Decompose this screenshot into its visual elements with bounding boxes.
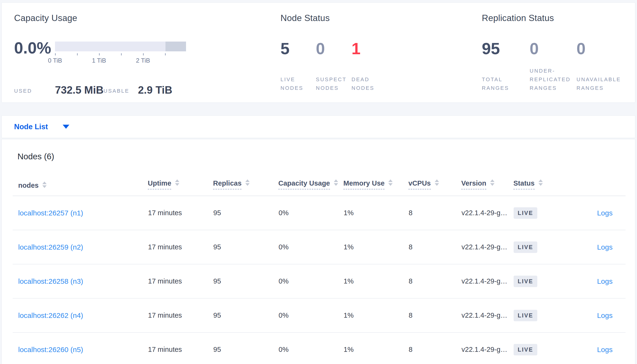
- summary-stat-value: 0: [530, 40, 539, 56]
- table-cell-replicas: 95: [213, 230, 278, 264]
- summary-stat: 0SUSPECT NODES: [316, 3, 349, 102]
- sort-icon[interactable]: [245, 179, 250, 186]
- axis-tick: [77, 53, 78, 56]
- capacity-used-label: USED: [14, 88, 32, 94]
- column-header-logs: [561, 161, 625, 196]
- summary-stat-label: SUSPECT NODES: [316, 75, 349, 92]
- sort-icon[interactable]: [435, 179, 439, 186]
- column-header-uptime[interactable]: Uptime: [148, 161, 213, 196]
- table-cell-memory: 1%: [343, 230, 408, 264]
- nodes-table-card: Nodes (6) nodesUptimeReplicasCapacity Us…: [2, 139, 635, 364]
- table-cell-memory: 1%: [343, 298, 408, 332]
- table-cell-memory: 1%: [343, 332, 408, 364]
- logs-link[interactable]: Logs: [597, 312, 613, 319]
- status-badge: LIVE: [514, 310, 537, 321]
- table-cell-memory: 1%: [343, 196, 408, 230]
- summary-stat: 0UNAVAILABLE RANGES: [576, 3, 629, 102]
- column-header-memory[interactable]: Memory Use: [343, 161, 408, 196]
- nodes-count-heading: Nodes (6): [18, 152, 635, 161]
- table-row: localhost:26259 (n2)17 minutes950%1%8v22…: [13, 230, 625, 264]
- summary-stat-value: 5: [280, 40, 289, 56]
- logs-link[interactable]: Logs: [597, 243, 613, 251]
- table-cell-version: v22.1.4-29-g…: [461, 196, 513, 230]
- column-header-label: Version: [461, 179, 486, 190]
- summary-stat: 1DEAD NODES: [352, 3, 385, 102]
- node-status-panel: Node Status 5LIVE NODES0SUSPECT NODES1DE…: [280, 3, 414, 102]
- column-header-capacity[interactable]: Capacity Usage: [278, 161, 343, 196]
- sort-icon[interactable]: [334, 179, 338, 186]
- summary-stat-value: 1: [352, 40, 361, 56]
- node-address-link[interactable]: localhost:26257 (n1): [18, 209, 83, 217]
- capacity-usage-panel: Capacity Usage 0.0% 0 TiB1 TiB2 TiB USED…: [14, 3, 205, 102]
- table-cell-capacity: 0%: [278, 196, 343, 230]
- sort-icon[interactable]: [490, 179, 494, 186]
- table-row: localhost:26262 (n4)17 minutes950%1%8v22…: [13, 298, 625, 332]
- view-selector-bar: Node List: [2, 115, 635, 138]
- caret-down-icon[interactable]: [63, 125, 69, 129]
- summary-stat: 5LIVE NODES: [280, 3, 313, 102]
- column-header-vcpus[interactable]: vCPUs: [408, 161, 461, 196]
- table-cell-uptime: 17 minutes: [148, 332, 213, 364]
- node-list-dropdown[interactable]: Node List: [14, 122, 48, 131]
- logs-link[interactable]: Logs: [597, 277, 613, 285]
- column-header-label: Memory Use: [343, 179, 385, 190]
- capacity-usable-label: USABLE: [104, 88, 129, 94]
- summary-stat-label: UNAVAILABLE RANGES: [576, 75, 629, 92]
- nodes-table: nodesUptimeReplicasCapacity UsageMemory …: [13, 161, 625, 364]
- table-row: localhost:26257 (n1)17 minutes950%1%8v22…: [13, 196, 625, 230]
- table-cell-uptime: 17 minutes: [148, 298, 213, 332]
- table-cell-capacity: 0%: [278, 230, 343, 264]
- logs-link[interactable]: Logs: [597, 209, 613, 217]
- logs-link[interactable]: Logs: [597, 346, 613, 354]
- table-cell-uptime: 17 minutes: [148, 230, 213, 264]
- summary-stat: 0UNDER-REPLICATED RANGES: [530, 3, 581, 102]
- sort-icon[interactable]: [388, 179, 393, 186]
- axis-tick: [121, 53, 122, 56]
- table-cell-capacity: 0%: [278, 264, 343, 298]
- column-header-version[interactable]: Version: [461, 161, 513, 196]
- status-badge: LIVE: [514, 276, 537, 287]
- table-row: localhost:26258 (n3)17 minutes950%1%8v22…: [13, 264, 625, 298]
- table-cell-vcpus: 8: [408, 196, 461, 230]
- capacity-bar: [55, 42, 186, 51]
- capacity-bar-chart: 0 TiB1 TiB2 TiB: [55, 42, 186, 51]
- table-cell-vcpus: 8: [408, 230, 461, 264]
- axis-tick: [99, 53, 100, 56]
- table-cell-version: v22.1.4-29-g…: [461, 264, 513, 298]
- table-cell-capacity: 0%: [278, 332, 343, 364]
- sort-icon[interactable]: [175, 179, 179, 186]
- capacity-bar-used-segment: [165, 42, 186, 51]
- capacity-usage-title: Capacity Usage: [14, 13, 77, 23]
- table-cell-vcpus: 8: [408, 332, 461, 364]
- summary-stat-value: 0: [576, 40, 586, 56]
- summary-stat-value: 0: [316, 40, 325, 56]
- table-cell-replicas: 95: [213, 264, 278, 298]
- capacity-used-value: 732.5 MiB: [55, 84, 104, 96]
- node-address-link[interactable]: localhost:26259 (n2): [18, 243, 83, 251]
- status-badge: LIVE: [514, 242, 537, 253]
- sort-icon[interactable]: [42, 182, 47, 188]
- column-header-label: Uptime: [148, 179, 171, 190]
- node-address-link[interactable]: localhost:26258 (n3): [18, 277, 83, 285]
- cluster-overview-card: Capacity Usage 0.0% 0 TiB1 TiB2 TiB USED…: [2, 2, 635, 103]
- sort-icon[interactable]: [538, 179, 543, 186]
- summary-stat-label: LIVE NODES: [280, 75, 313, 92]
- node-address-link[interactable]: localhost:26260 (n5): [18, 346, 83, 354]
- column-header-label: Capacity Usage: [278, 179, 330, 190]
- summary-stat-label: UNDER-REPLICATED RANGES: [530, 67, 581, 92]
- node-address-link[interactable]: localhost:26262 (n4): [18, 312, 83, 319]
- axis-tick: [143, 53, 144, 56]
- table-cell-capacity: 0%: [278, 298, 343, 332]
- column-header-status[interactable]: Status: [513, 161, 561, 196]
- column-header-replicas[interactable]: Replicas: [213, 161, 278, 196]
- column-header-label: Status: [513, 179, 535, 190]
- axis-tick: [55, 53, 56, 56]
- axis-tick: [165, 53, 166, 56]
- table-cell-replicas: 95: [213, 332, 278, 364]
- table-cell-version: v22.1.4-29-g…: [461, 298, 513, 332]
- column-header-address[interactable]: nodes: [13, 161, 148, 196]
- column-header-label: Replicas: [213, 179, 241, 190]
- table-cell-memory: 1%: [343, 264, 408, 298]
- summary-stat-label: DEAD NODES: [352, 75, 385, 92]
- table-cell-replicas: 95: [213, 298, 278, 332]
